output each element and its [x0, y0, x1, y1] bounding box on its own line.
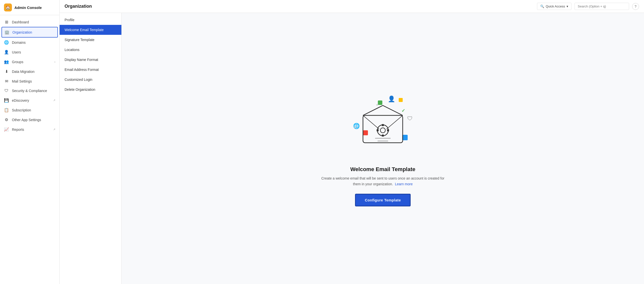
sub-nav: Profile Welcome Email Template Signature…	[60, 13, 122, 284]
domains-icon: 🌐	[4, 40, 9, 45]
learn-more-link[interactable]: Learn more	[395, 182, 413, 186]
sidebar-item-organization[interactable]: 🏢 Organization	[2, 27, 58, 38]
groups-icon: 👥	[4, 59, 9, 64]
welcome-description: Create a welcome email that will be sent…	[321, 176, 445, 187]
sidebar-item-security[interactable]: 🛡 Security & Compliance	[0, 86, 59, 95]
svg-rect-6	[382, 134, 384, 136]
svg-line-2	[386, 115, 403, 129]
sidebar-item-label: Mail Settings	[12, 79, 32, 83]
app-title: Admin Console	[14, 6, 42, 10]
sidebar-item-ediscovery[interactable]: 💾 eDiscovery ↗	[0, 95, 59, 105]
external-link-icon: ↗	[53, 99, 55, 102]
sidebar-item-label: Reports	[12, 127, 24, 131]
sidebar-item-label: Groups	[12, 60, 23, 64]
sidebar-item-users[interactable]: 👤 Users	[0, 47, 59, 57]
other-app-icon: ⚙	[4, 117, 9, 122]
data-migration-icon: ⬇	[4, 69, 9, 74]
security-icon: 🛡	[4, 89, 9, 93]
sub-nav-display-name[interactable]: Display Name Format	[60, 55, 122, 65]
shield-icon: 🛡	[407, 115, 412, 122]
svg-point-4	[380, 128, 385, 133]
checkmark-icon: ✓	[402, 108, 405, 113]
sidebar-item-label: Security & Compliance	[12, 89, 47, 93]
mail-icon: ✉	[4, 79, 9, 84]
welcome-title: Welcome Email Template	[350, 166, 415, 173]
svg-rect-8	[387, 129, 389, 131]
sidebar-item-label: eDiscovery	[12, 98, 29, 102]
sidebar-item-label: Data Migration	[12, 70, 34, 74]
sidebar-item-label: Other App Settings	[12, 118, 41, 122]
search-icon: 🔍	[540, 5, 544, 8]
sidebar-item-label: Dashboard	[12, 20, 29, 24]
users-icon: 👤	[4, 50, 9, 54]
page-title: Organization	[64, 4, 534, 9]
search-input[interactable]	[578, 5, 622, 8]
svg-rect-7	[376, 129, 378, 131]
svg-rect-5	[382, 124, 384, 126]
help-icon: ?	[634, 5, 636, 9]
chevron-down-icon: ▾	[566, 5, 568, 8]
sidebar: 🏠 Admin Console ⊞ Dashboard 🏢 Organizati…	[0, 0, 60, 284]
subscription-icon: 📋	[4, 108, 9, 112]
sidebar-item-label: Organization	[12, 30, 32, 34]
sidebar-item-data-migration[interactable]: ⬇ Data Migration	[0, 67, 59, 76]
reports-icon: 📈	[4, 127, 9, 132]
sidebar-item-domains[interactable]: 🌐 Domains	[0, 38, 59, 47]
sub-nav-welcome-email[interactable]: Welcome Email Template	[60, 25, 122, 35]
quick-access-button[interactable]: 🔍 Quick Access ▾	[537, 3, 572, 10]
chevron-right-icon: ›	[54, 60, 55, 64]
illustration: 👤 🛡 🌐	[348, 90, 418, 160]
sub-nav-locations[interactable]: Locations	[60, 45, 122, 55]
external-link-icon-reports: ↗	[53, 128, 55, 131]
sub-nav-email-address[interactable]: Email Address Format	[60, 65, 122, 75]
svg-point-3	[377, 125, 388, 136]
logo-icon: 🏠	[6, 5, 10, 10]
organization-icon: 🏢	[4, 30, 10, 35]
sub-nav-delete-org[interactable]: Delete Organization	[60, 85, 122, 94]
svg-line-1	[363, 115, 379, 129]
sidebar-item-other-app[interactable]: ⚙ Other App Settings	[0, 115, 59, 124]
topbar: Organization 🔍 Quick Access ▾ ?	[60, 0, 644, 13]
content-wrapper: Organization 🔍 Quick Access ▾ ? Profile …	[60, 0, 644, 284]
sidebar-item-subscription[interactable]: 📋 Subscription	[0, 105, 59, 115]
sidebar-item-label: Users	[12, 50, 21, 54]
sidebar-nav: ⊞ Dashboard 🏢 Organization 🌐 Domains 👤 U…	[0, 15, 59, 136]
sub-nav-customized-login[interactable]: Customized Login	[60, 75, 122, 85]
configure-template-button[interactable]: Configure Template	[355, 194, 410, 206]
sub-nav-profile[interactable]: Profile	[60, 15, 122, 25]
sub-nav-signature[interactable]: Signature Template	[60, 35, 122, 45]
sidebar-item-dashboard[interactable]: ⊞ Dashboard	[0, 17, 59, 27]
ediscovery-icon: 💾	[4, 98, 9, 103]
sidebar-item-label: Subscription	[12, 108, 31, 112]
main-layout: Profile Welcome Email Template Signature…	[60, 13, 644, 284]
page-content: 👤 🛡 🌐	[122, 13, 644, 284]
quick-access-label: Quick Access	[546, 5, 565, 8]
sidebar-item-label: Domains	[12, 41, 26, 45]
dashboard-icon: ⊞	[4, 20, 9, 24]
envelope-illustration	[358, 100, 408, 150]
sidebar-item-groups[interactable]: 👥 Groups ›	[0, 57, 59, 67]
sidebar-item-mail-settings[interactable]: ✉ Mail Settings	[0, 76, 59, 86]
help-button[interactable]: ?	[632, 3, 639, 10]
search-box[interactable]	[574, 3, 629, 10]
app-logo: 🏠	[4, 4, 12, 12]
sidebar-item-reports[interactable]: 📈 Reports ↗	[0, 124, 59, 134]
sidebar-header: 🏠 Admin Console	[0, 0, 59, 15]
